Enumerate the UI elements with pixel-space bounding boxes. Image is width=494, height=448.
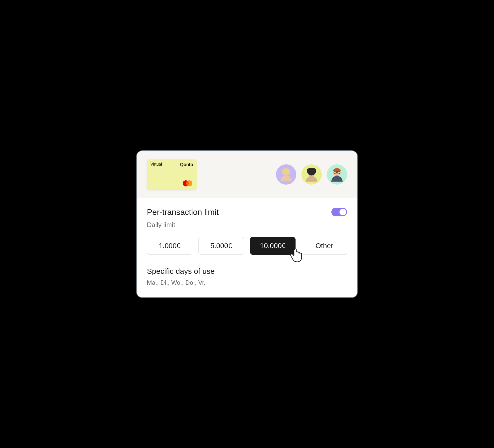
limit-option-10000[interactable]: 10.000€: [250, 237, 296, 255]
limit-option-other[interactable]: Other: [302, 237, 347, 255]
specific-days-value: Ma., Di., Wo., Do., Vr.: [147, 279, 347, 286]
panel-body: Per-transaction limit Daily limit 1.000€…: [137, 198, 357, 297]
per-transaction-toggle[interactable]: [331, 208, 347, 216]
avatar[interactable]: [327, 164, 347, 185]
toggle-knob: [339, 209, 346, 215]
avatar[interactable]: [301, 164, 322, 185]
virtual-card[interactable]: Virtual Qonto: [147, 159, 197, 190]
per-transaction-row: Per-transaction limit: [147, 207, 347, 217]
limit-option-5000[interactable]: 5.000€: [198, 237, 244, 255]
mastercard-icon: [182, 180, 193, 187]
card-type-label: Virtual: [150, 162, 162, 166]
daily-limit-label: Daily limit: [147, 221, 347, 229]
limit-option-1000[interactable]: 1.000€: [147, 237, 192, 255]
specific-days-title: Specific days of use: [147, 267, 347, 276]
card-settings-panel: Virtual Qonto Per-transact: [136, 150, 358, 298]
card-brand-label: Qonto: [180, 162, 193, 167]
limit-options: 1.000€ 5.000€ 10.000€ Other: [147, 237, 347, 255]
per-transaction-limit-title: Per-transaction limit: [147, 207, 219, 217]
avatar[interactable]: [276, 164, 296, 185]
panel-header: Virtual Qonto: [137, 151, 357, 198]
team-avatars: [276, 164, 347, 185]
